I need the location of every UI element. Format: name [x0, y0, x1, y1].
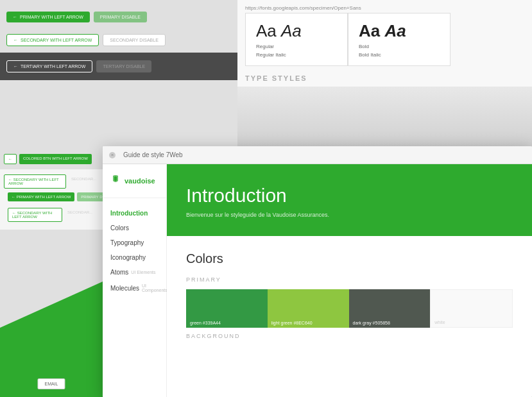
buttons-background: ← PRIMARY WITH LEFT ARROW PRIMARY DISABL…	[0, 0, 237, 148]
tertiary-arrow-button[interactable]: ← TERTIARY WITH LEFT ARROW	[6, 60, 92, 72]
lower-primary-disabled: PRIMARY DISABLE	[77, 192, 103, 201]
regular-label: Regular	[256, 44, 337, 49]
secondary-disabled-button[interactable]: SECONDARY DISABLE	[103, 34, 166, 46]
bold-italic-label: Bold Italic	[359, 52, 440, 58]
lower-secondary-arrow-2: ← SECONDARY WITH LEFT ARROW	[8, 208, 62, 222]
lower-btn-row-2: ← SECONDARY WITH LEFT ARROW SECONDAR...	[4, 174, 99, 189]
lower-secondary-arrow: ← SECONDARY WITH LEFT ARROW	[4, 174, 66, 189]
hero-subtitle: Bienvenue sur le styleguide de la Vaudoi…	[186, 212, 513, 218]
nav-item-introduction[interactable]: Introduction	[103, 206, 166, 221]
swatch-white: white	[430, 289, 513, 328]
swatch-dark-gray-label: dark gray #505858	[353, 321, 390, 325]
font-bold-italic-sample: Aa	[384, 21, 406, 40]
bold-label: Bold	[359, 44, 440, 49]
swatch-green: green #339A44	[186, 289, 268, 328]
dark-button-row: ← TERTIARY WITH LEFT ARROW TERTIARY DISA…	[0, 53, 237, 80]
logo-text: vaudoise	[124, 177, 155, 185]
swatch-light-green: light green #8EC640	[268, 289, 349, 328]
swatch-dark-gray: dark gray #505858	[349, 289, 431, 328]
main-window: × Guide de style 7Web vaudoise Introduct…	[103, 146, 532, 397]
secondary-arrow-button[interactable]: ← SECONDARY WITH LEFT ARROW	[6, 34, 99, 46]
lower-arrow-btn: ←	[4, 154, 17, 164]
background-section-label: BACKGROUND	[186, 333, 513, 339]
font-bold-cell: Aa Aa Bold Bold Italic	[348, 13, 450, 66]
arrow-icon-2: ←	[13, 38, 18, 42]
sidebar: vaudoise Introduction Colors Typography …	[103, 164, 167, 397]
nav-item-molecules[interactable]: Molecules UI Components	[103, 280, 166, 296]
lower-colored-btn: COLORED BTN WITH LEFT ARROW	[19, 154, 92, 164]
primary-arrow-button[interactable]: ← PRIMARY WITH LEFT ARROW	[6, 12, 90, 22]
window-body: vaudoise Introduction Colors Typography …	[103, 164, 532, 397]
font-url: https://fonts.googleapis.com/specimen/Op…	[245, 5, 361, 11]
nav-atoms-label: Atoms	[110, 269, 128, 276]
background-layer: ← PRIMARY WITH LEFT ARROW PRIMARY DISABL…	[0, 0, 532, 148]
swatch-light-green-label: light green #8EC640	[271, 321, 313, 325]
lower-secondary-disabled-2: SECONDAR...	[65, 208, 95, 222]
typography-background: https://fonts.googleapis.com/specimen/Op…	[237, 0, 532, 148]
email-button[interactable]: EMAIL	[37, 378, 65, 389]
hero-section: Introduction Bienvenue sur le styleguide…	[167, 164, 532, 236]
font-regular-cell: Aa Aa Regular Regular Italic	[245, 13, 348, 66]
tertiary-buttons: ← TERTIARY WITH LEFT ARROW TERTIARY DISA…	[6, 60, 231, 72]
window-titlebar: × Guide de style 7Web	[103, 146, 532, 164]
font-bold-sample: Aa	[359, 21, 384, 40]
font-italic-sample: Aa	[281, 21, 302, 40]
nav-atoms-sublabel: UI Elements	[131, 270, 155, 275]
content-area[interactable]: Introduction Bienvenue sur le styleguide…	[167, 164, 532, 397]
nav-iconography-label: Iconography	[110, 254, 146, 261]
colors-section-title: Colors	[186, 251, 513, 266]
hero-title: Introduction	[186, 185, 513, 207]
regular-italic-label: Regular Italic	[256, 52, 337, 58]
type-styles-label: TYPE STYLES	[245, 74, 307, 82]
lower-secondary-disabled: SECONDAR...	[69, 174, 99, 189]
primary-disabled-button[interactable]: PRIMARY DISABLE	[94, 12, 147, 22]
arrow-icon-3: ←	[13, 64, 18, 69]
window-title: Guide de style 7Web	[123, 151, 183, 158]
arrow-icon: ←	[13, 15, 17, 19]
lower-btn-row-1: ← COLORED BTN WITH LEFT ARROW	[4, 154, 99, 164]
nav-item-iconography[interactable]: Iconography	[103, 250, 166, 265]
sidebar-logo: vaudoise	[103, 174, 166, 198]
lower-secondary-row: ← SECONDARY WITH LEFT ARROW SECONDAR... …	[0, 169, 103, 230]
lower-left-background: ← COLORED BTN WITH LEFT ARROW ← SECONDAR…	[0, 148, 103, 397]
nav-introduction-label: Introduction	[110, 210, 148, 217]
nav-item-atoms[interactable]: Atoms UI Elements	[103, 265, 166, 280]
nav-molecules-sublabel: UI Components	[142, 283, 167, 292]
font-preview: Aa Aa Regular Regular Italic Aa Aa Bold …	[245, 13, 450, 66]
swatch-white-label: white	[434, 320, 445, 325]
nav-item-typography[interactable]: Typography	[103, 235, 166, 250]
lower-primary-arrow: ← PRIMARY WITH LEFT ARROW	[8, 192, 74, 201]
button-row-secondary: ← SECONDARY WITH LEFT ARROW SECONDARY DI…	[6, 34, 237, 46]
nav-typography-label: Typography	[110, 239, 144, 246]
tertiary-disabled-button[interactable]: TERTIARY DISABLE	[96, 60, 151, 72]
nav-molecules-label: Molecules	[110, 285, 139, 292]
nav-colors-label: Colors	[110, 224, 129, 232]
logo-icon	[110, 174, 121, 187]
swatch-green-label: green #339A44	[190, 321, 221, 325]
font-regular-sample: Aa	[256, 21, 281, 40]
lower-btn-row-4: ← SECONDARY WITH LEFT ARROW SECONDAR...	[8, 208, 95, 222]
colors-section: Colors PRIMARY green #339A44 light green…	[167, 236, 532, 355]
primary-label: PRIMARY	[186, 276, 513, 283]
close-button[interactable]: ×	[109, 152, 116, 158]
nav-item-colors[interactable]: Colors	[103, 221, 166, 235]
button-row-primary: ← PRIMARY WITH LEFT ARROW PRIMARY DISABL…	[6, 12, 237, 22]
color-swatches-primary: green #339A44 light green #8EC640 dark g…	[186, 289, 513, 328]
lower-btn-row-3: ← PRIMARY WITH LEFT ARROW PRIMARY DISABL…	[8, 192, 95, 201]
